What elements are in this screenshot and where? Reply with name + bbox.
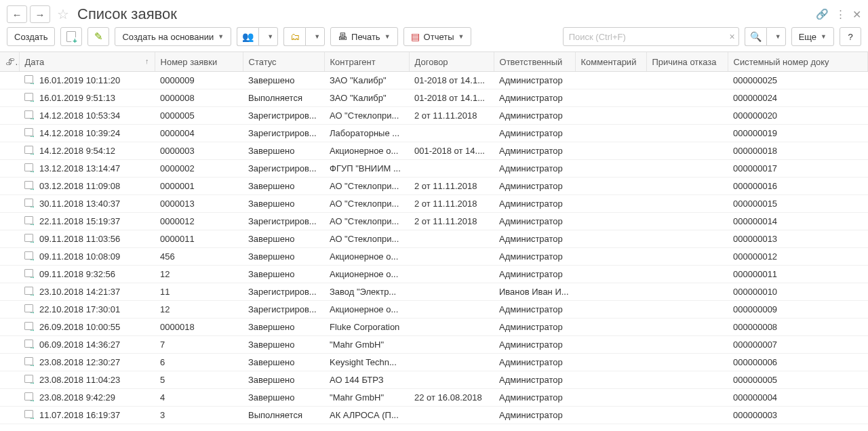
people-button[interactable]: 👥	[237, 27, 258, 46]
cell-row-icon	[19, 371, 34, 389]
col-date-header[interactable]: Дата ↑	[19, 52, 155, 72]
table-row[interactable]: 16.01.2019 10:11:200000009ЗавершеноЗАО "…	[0, 72, 868, 89]
edit-button[interactable]: ✎	[87, 27, 109, 46]
table-row[interactable]: 23.08.2018 11:04:235ЗавершеноАО 144 БТРЗ…	[0, 371, 868, 389]
table-row[interactable]: 09.11.2018 9:32:5612ЗавершеноАкционерное…	[0, 266, 868, 283]
cell-sysnum: 000000014	[728, 213, 867, 230]
print-button[interactable]: 🖶 Печать ▼	[330, 27, 398, 46]
cell-contract: 01-2018 от 14.1...	[409, 72, 494, 89]
col-contract-header[interactable]: Договор	[409, 52, 494, 72]
table-wrap: 🖇 Дата ↑ Номер заявки Статус Контрагент …	[0, 52, 868, 426]
table-body: 16.01.2019 10:11:200000009ЗавершеноЗАО "…	[0, 72, 868, 424]
cell-reason	[646, 248, 728, 266]
cell-comment	[575, 107, 646, 125]
cell-comment	[575, 160, 646, 178]
table-row[interactable]: 11.07.2018 16:19:373ВыполняетсяАК АЛРОСА…	[0, 407, 868, 424]
back-button[interactable]: ←	[7, 5, 27, 23]
col-reason-header[interactable]: Причина отказа	[646, 52, 728, 72]
table-row[interactable]: 14.12.2018 10:53:340000005Зарегистриров.…	[0, 107, 868, 125]
cell-comment	[575, 213, 646, 230]
search-clear-icon[interactable]: ×	[730, 31, 735, 42]
col-status-header[interactable]: Статус	[243, 52, 324, 72]
cell-reason	[646, 230, 728, 248]
search-button[interactable]: 🔍	[745, 27, 766, 46]
table-row[interactable]: 30.11.2018 13:40:370000013ЗавершеноАО "С…	[0, 195, 868, 213]
cell-sysnum: 000000025	[728, 72, 867, 89]
reports-button[interactable]: ▤ Отчеты ▼	[403, 27, 472, 46]
document-arrow-icon	[24, 216, 33, 224]
favorite-star-icon[interactable]: ☆	[57, 6, 69, 22]
folder-icon: 🗂	[290, 31, 300, 42]
cell-reason	[646, 195, 728, 213]
help-button[interactable]: ?	[840, 27, 861, 46]
close-icon[interactable]: ✕	[852, 8, 861, 21]
folder-button[interactable]: 🗂	[283, 27, 305, 46]
table-row[interactable]: 09.11.2018 11:03:560000011ЗавершеноАО "С…	[0, 230, 868, 248]
cell-row-icon	[19, 283, 34, 301]
cell-comment	[575, 230, 646, 248]
document-arrow-icon	[24, 199, 33, 207]
cell-date: 14.12.2018 10:39:24	[34, 125, 155, 142]
table-row[interactable]: 14.12.2018 10:39:240000004Зарегистриров.…	[0, 125, 868, 142]
cell-status: Завершено	[243, 195, 324, 213]
table-row[interactable]: 03.12.2018 11:09:080000001ЗавершеноАО "С…	[0, 178, 868, 195]
table-row[interactable]: 14.12.2018 9:54:120000003ЗавершеноАкцион…	[0, 142, 868, 160]
document-arrow-icon	[24, 357, 33, 365]
cell-row-icon	[19, 354, 34, 371]
kebab-menu-icon[interactable]: ⋮	[835, 8, 846, 20]
forward-button[interactable]: →	[30, 5, 50, 23]
document-arrow-icon	[24, 234, 33, 242]
cell-agent: АО "Стеклопри...	[324, 213, 409, 230]
cell-agent: АК АЛРОСА (П...	[324, 407, 409, 424]
more-button[interactable]: Еще ▼	[791, 27, 834, 46]
table-row[interactable]: 22.10.2018 17:30:0112Зарегистриров...Акц…	[0, 301, 868, 319]
cell-date: 09.11.2018 11:03:56	[34, 230, 155, 248]
table-row[interactable]: 26.09.2018 10:00:550000018ЗавершеноFluke…	[0, 319, 868, 336]
table-row[interactable]: 23.08.2018 9:42:294Завершено"Mahr GmbH"2…	[0, 389, 868, 407]
table-row[interactable]: 09.11.2018 10:08:09456ЗавершеноАкционерн…	[0, 248, 868, 266]
cell-sysnum: 000000006	[728, 354, 867, 371]
link-icon[interactable]: 🔗	[816, 8, 829, 20]
cell-contract	[409, 283, 494, 301]
cell-responsible: Администратор	[494, 72, 575, 89]
col-reason-label: Причина отказа	[652, 57, 717, 67]
cell-date: 23.08.2018 9:42:29	[34, 389, 155, 407]
col-agent-header[interactable]: Контрагент	[324, 52, 409, 72]
cell-row-icon	[19, 72, 34, 89]
cell-status: Завершено	[243, 230, 324, 248]
cell-agent: Акционерное о...	[324, 142, 409, 160]
cell-agent: АО "Стеклопри...	[324, 178, 409, 195]
cell-responsible: Администратор	[494, 248, 575, 266]
table-row[interactable]: 23.10.2018 14:21:3711Зарегистриров...Зав…	[0, 283, 868, 301]
table-row[interactable]: 22.11.2018 15:19:370000012Зарегистриров.…	[0, 213, 868, 230]
people-dropdown[interactable]: ▼	[258, 27, 278, 46]
search-dropdown[interactable]: ▼	[766, 27, 786, 46]
cell-number: 0000018	[155, 319, 243, 336]
col-comment-header[interactable]: Комментарий	[575, 52, 646, 72]
table-row[interactable]: 06.09.2018 14:36:277Завершено"Mahr GmbH"…	[0, 336, 868, 354]
cell-comment	[575, 407, 646, 424]
sort-asc-icon: ↑	[145, 57, 149, 65]
table-row[interactable]: 23.08.2018 12:30:276ЗавершеноKeysight Te…	[0, 354, 868, 371]
cell-number: 12	[155, 301, 243, 319]
cell-responsible: Администратор	[494, 301, 575, 319]
table-row[interactable]: 13.12.2018 13:14:470000002Зарегистриров.…	[0, 160, 868, 178]
new-doc-button[interactable]	[60, 27, 82, 46]
create-button[interactable]: Создать	[7, 27, 55, 46]
col-responsible-header[interactable]: Ответственный	[494, 52, 575, 72]
cell-status: Завершено	[243, 336, 324, 354]
cell-reason	[646, 266, 728, 283]
search-input[interactable]	[563, 27, 739, 46]
cell-sysnum: 000000009	[728, 301, 867, 319]
col-sysnum-header[interactable]: Системный номер доку	[728, 52, 867, 72]
col-number-header[interactable]: Номер заявки	[155, 52, 243, 72]
col-attach-header[interactable]: 🖇	[0, 52, 19, 72]
folder-dropdown[interactable]: ▼	[305, 27, 325, 46]
table-row[interactable]: 16.01.2019 9:51:130000008ВыполняетсяЗАО …	[0, 89, 868, 107]
cell-row-icon	[19, 266, 34, 283]
cell-agent: Keysight Techn...	[324, 354, 409, 371]
cell-sysnum: 000000012	[728, 248, 867, 266]
create-based-on-button[interactable]: Создать на основании ▼	[115, 27, 231, 46]
cell-row-icon	[19, 178, 34, 195]
cell-row-icon	[19, 142, 34, 160]
